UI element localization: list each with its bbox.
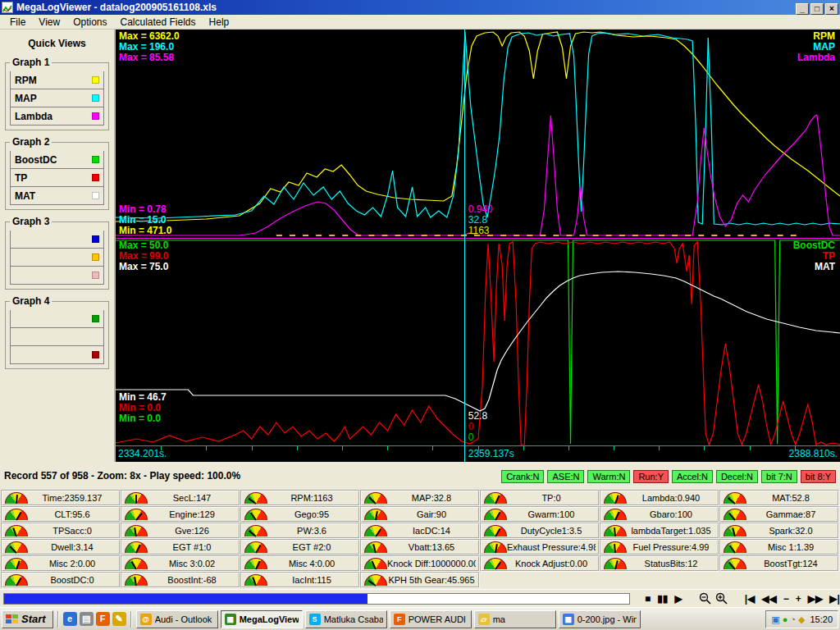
gauge-boostdc: BoostDC:0	[1, 572, 121, 588]
status-badge-accel-n: Accel:N	[672, 470, 713, 483]
gauge-misc-3: Misc 3:0.02	[121, 555, 240, 572]
gauge-value: lambdaTarget:1.035	[627, 526, 715, 536]
gauge-lambda: Lambda:0.940	[600, 490, 719, 506]
show-desktop-icon[interactable]: ▤	[80, 612, 94, 626]
task-button-matluka-csaba[interactable]: SMatluka Csaba (...	[305, 610, 387, 628]
gauge-dial-icon	[5, 558, 28, 569]
gauge-dial-icon	[364, 541, 387, 553]
quickview-item[interactable]	[10, 328, 104, 346]
gauge-dial-icon	[5, 509, 28, 520]
min-labels: Min = 46.7Min = 0.0Min = 0.0	[119, 392, 167, 424]
task-button-0-200-jpg-win[interactable]: ▩0-200.jpg - Win...	[559, 610, 641, 628]
maximize-button[interactable]: □	[810, 3, 824, 15]
quickview-item[interactable]	[10, 249, 104, 267]
task-button-ma[interactable]: ▱ma	[474, 610, 556, 628]
quickview-item-label: RPM	[15, 75, 37, 86]
quickview-item[interactable]	[10, 310, 104, 328]
group-graph-4: Graph 4	[5, 301, 109, 369]
time-end-label: 2388.810s.	[789, 448, 838, 459]
gauge-dial-icon	[5, 525, 28, 536]
menu-help[interactable]: Help	[203, 16, 236, 29]
quickview-item[interactable]	[10, 346, 104, 364]
step-forward-button[interactable]: +	[792, 591, 805, 606]
gauge-value: Gve:126	[148, 526, 236, 536]
gauge-dial-icon	[724, 558, 746, 569]
series-color-chip	[92, 156, 99, 163]
time-tick	[659, 446, 660, 450]
menu-bar: FileViewOptionsCalculated FieldsHelp	[0, 15, 840, 30]
bottom-plot[interactable]: Max = 50.0Max = 99.0Max = 75.0Min = 46.7…	[116, 239, 840, 445]
title-bar[interactable]: MegaLogViewer - datalog200905161108.xls …	[0, 0, 840, 15]
close-button[interactable]: ×	[825, 3, 838, 15]
time-cursor-label: 2359.137s	[468, 448, 514, 459]
fast-forward-button[interactable]: ▶▶	[805, 591, 826, 606]
gauge-dial-icon	[244, 558, 267, 569]
quick-views-title: Quick Views	[5, 38, 109, 49]
quickview-item-boostdc[interactable]: BoostDC	[10, 151, 104, 169]
megalogviewer-window: MegaLogViewer - datalog200905161108.xls …	[0, 0, 840, 630]
gauge-value: IacInt:115	[267, 575, 356, 585]
minimize-button[interactable]: _	[796, 3, 809, 15]
graph-area[interactable]: Max = 6362.0Max = 196.0Max = 85.58Min = …	[116, 30, 840, 462]
menu-file[interactable]: File	[3, 16, 32, 29]
gauge-needle	[134, 577, 137, 586]
gauge-needle	[732, 527, 736, 536]
skip-end-button[interactable]: ▶|	[826, 591, 840, 606]
gauge-dial-icon	[5, 492, 28, 504]
time-tick	[704, 446, 705, 450]
quickview-item-map[interactable]: MAP	[10, 89, 104, 107]
pause-button[interactable]: ▮▮	[654, 591, 671, 606]
quickview-item-label: MAP	[15, 93, 37, 104]
gauge-empty-cell	[480, 572, 600, 588]
top-plot[interactable]: Max = 6362.0Max = 196.0Max = 85.58Min = …	[116, 30, 840, 238]
play-button[interactable]: ▶	[671, 591, 685, 606]
gauge-value: BoostTgt:124	[746, 559, 835, 568]
menu-calculated-fields[interactable]: Calculated Fields	[114, 16, 203, 29]
rewind-button[interactable]: ◀◀	[758, 591, 779, 606]
task-button-megalogview[interactable]: ▦MegaLogView...	[221, 610, 303, 628]
pen-icon[interactable]: ✎	[112, 612, 126, 626]
quickview-item[interactable]	[10, 267, 104, 285]
skip-start-button[interactable]: |◀	[742, 591, 759, 606]
series-color-chip	[92, 112, 99, 120]
gauge-dial-icon	[484, 525, 507, 536]
quickview-item-mat[interactable]: MAT	[10, 187, 104, 205]
min-labels-line: Min = 0.0	[119, 413, 167, 424]
firefox-icon[interactable]: F	[96, 612, 110, 626]
gauge-gbaro: Gbaro:100	[600, 506, 719, 523]
cursor-line[interactable]	[464, 30, 465, 462]
gauge-dial-icon	[604, 509, 627, 520]
start-button-label: Start	[21, 613, 46, 625]
trace-rpm	[116, 32, 840, 221]
gauge-value: BoostDC:0	[28, 575, 116, 585]
gauge-dial-icon	[244, 509, 267, 520]
network-icon[interactable]: ▣	[771, 614, 779, 624]
task-button-audi-outlook-e[interactable]: @Audi - Outlook E...	[136, 610, 218, 628]
stop-button[interactable]: ■	[641, 591, 654, 606]
gauge-dial-icon	[364, 574, 387, 586]
gauge-needle	[369, 497, 377, 504]
quickview-item-lambda[interactable]: Lambda	[10, 107, 104, 126]
ie-icon[interactable]: e	[63, 612, 77, 626]
menu-view[interactable]: View	[32, 16, 66, 29]
scheduler-icon[interactable]: ◔	[790, 614, 796, 624]
gauge-value: TP:0	[507, 493, 596, 503]
gauge-gammae: Gammae:87	[719, 506, 839, 523]
zoom-in-icon[interactable]	[715, 592, 728, 605]
update-icon[interactable]: ◆	[798, 614, 805, 624]
playback-bar: ■▮▮▶ |◀◀◀−+▶▶▶|	[0, 589, 840, 607]
gauge-needle	[614, 512, 619, 521]
zoom-out-icon[interactable]	[699, 592, 712, 605]
menu-options[interactable]: Options	[66, 16, 113, 29]
quickview-item[interactable]	[10, 231, 104, 249]
gauge-lambdatarget: lambdaTarget:1.035	[600, 523, 719, 539]
window-title: MegaLogViewer - datalog200905161108.xls	[16, 2, 794, 13]
step-back-button[interactable]: −	[780, 591, 792, 606]
playback-progress[interactable]	[3, 593, 630, 605]
gauge-dial-icon	[364, 525, 387, 536]
task-button-power-audi-s[interactable]: FPOWER AUDI S...	[390, 610, 472, 628]
antivirus-icon[interactable]: ●	[783, 614, 788, 624]
start-button[interactable]: Start	[2, 610, 53, 628]
quickview-item-tp[interactable]: TP	[10, 169, 104, 187]
quickview-item-rpm[interactable]: RPM	[10, 71, 104, 89]
